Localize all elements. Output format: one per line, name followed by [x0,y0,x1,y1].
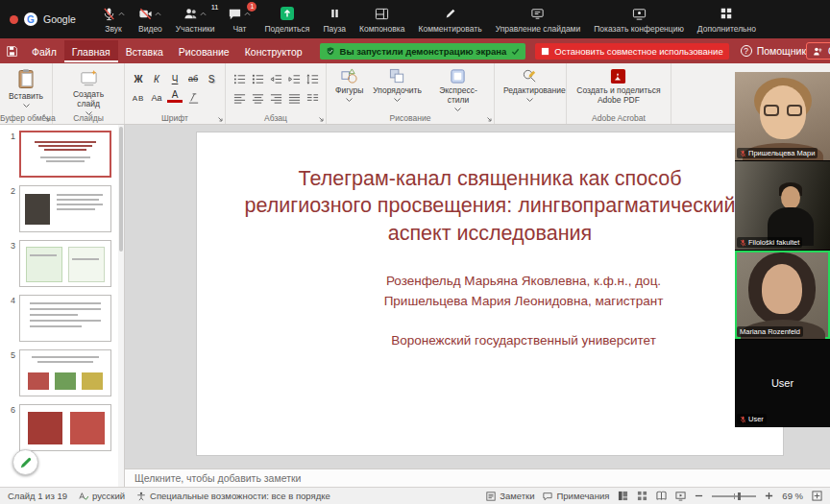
tab-home[interactable]: Главная [64,40,118,62]
bold-button[interactable]: Ж [131,71,146,86]
stop-sharing-button[interactable]: Остановить совместное использование [535,43,728,60]
thumbnail-scrollbar[interactable] [118,125,124,487]
slide-thumbnail-5[interactable]: 5 [4,349,116,396]
slide-canvas[interactable]: Телеграм-канал священника как способ рел… [197,132,783,455]
chat-unread-badge: 1 [247,2,256,12]
tab-design[interactable]: Конструктор [237,40,310,62]
tab-insert[interactable]: Вставка [118,40,171,62]
arrange-button[interactable]: Упорядочить [370,66,425,104]
increase-indent-button[interactable] [286,71,302,86]
underline-button[interactable]: Ч [167,71,183,86]
save-icon[interactable] [6,45,18,58]
zoom-slider-handle[interactable] [738,492,741,500]
justify-button[interactable] [286,90,302,106]
show-conference-button[interactable]: Показать конференцию [594,6,684,34]
audio-button[interactable]: Звук [102,6,125,34]
paste-button[interactable]: Вставить [6,66,46,109]
comments-toggle[interactable]: Примечания [543,491,609,501]
slide-thumbnail-1[interactable]: 1 [4,131,116,178]
fit-slide-button[interactable] [812,491,822,501]
slide-thumbnail-4[interactable]: 4 [4,295,116,342]
spellcheck-icon [79,492,88,501]
zoom-slider[interactable] [712,495,756,497]
normal-view-button[interactable] [618,491,628,501]
character-spacing-button[interactable]: АВ [131,90,146,106]
notes-pane[interactable]: Щелкните, чтобы добавить заметки [125,468,830,487]
dialog-launcher-icon[interactable] [215,114,223,122]
screenshare-banner: Вы запустили демонстрацию экрана [320,43,526,60]
slide-thumbnail-6[interactable]: 6 [4,404,116,451]
more-button[interactable]: Дополнительно [697,6,756,34]
chat-button[interactable]: 1 Чат [228,6,251,34]
columns-button[interactable] [305,90,320,106]
shapes-button[interactable]: Фигуры [332,66,366,104]
slide-control-button[interactable]: Управление слайдами [496,6,581,34]
align-right-button[interactable] [268,90,283,106]
reading-view-button[interactable] [656,491,667,501]
language-indicator[interactable]: русский [79,491,125,501]
dialog-launcher-icon[interactable] [316,114,324,122]
browser-tab-google[interactable]: G Google [10,12,92,26]
line-spacing-button[interactable] [305,71,320,86]
italic-button[interactable]: К [149,71,164,86]
dialog-launcher-icon[interactable] [484,114,492,122]
align-left-button[interactable] [232,90,247,106]
video-button[interactable]: Видео [138,6,162,34]
slide-organization[interactable]: Воронежский государственный университет [227,333,754,348]
strikethrough-button[interactable]: аб [185,71,201,86]
dialog-launcher-icon[interactable] [42,114,50,122]
participants-button[interactable]: 11 Участники [176,6,215,34]
slide-title[interactable]: Телеграм-канал священника как способ рел… [238,165,743,247]
tab-draw[interactable]: Рисование [171,40,237,62]
layout-button[interactable]: Компоновка [359,6,404,34]
align-center-button[interactable] [250,90,265,106]
chevron-up-icon[interactable] [118,12,125,16]
slide-editing-area[interactable]: Телеграм-канал священника как способ рел… [125,125,830,468]
zoom-in-button[interactable] [765,492,773,500]
thumbnail-preview[interactable] [19,349,111,396]
adobe-pdf-button[interactable]: Создать и поделиться Adobe PDF [573,66,665,108]
clear-formatting-button[interactable] [185,90,201,106]
numbering-button[interactable] [250,71,265,86]
chevron-up-icon[interactable] [244,12,251,16]
bullets-button[interactable] [232,71,247,86]
new-slide-button[interactable]: Создать слайд [59,66,118,117]
thumbnail-preview[interactable] [19,185,111,232]
notes-toggle[interactable]: Заметки [486,491,534,501]
chevron-up-icon[interactable] [155,12,161,16]
change-case-button[interactable]: Аа [149,90,164,106]
thumbnail-preview[interactable] [19,131,111,178]
assistant-button[interactable]: ? Помощник [741,45,806,57]
font-color-button[interactable]: А [167,90,183,103]
annotate-button[interactable]: Комментировать [418,6,481,34]
slideshow-button[interactable] [675,491,686,501]
thumbnail-preview[interactable] [19,404,111,451]
accessibility-status[interactable]: Специальные возможности: все в порядке [136,491,330,501]
zoom-out-button[interactable] [695,492,703,500]
thumbnail-preview[interactable] [19,295,111,342]
pause-share-button[interactable]: Пауза [323,6,346,34]
slide-thumbnail-2[interactable]: 2 [4,185,116,232]
meeting-toolbar: G Google Звук Видео 11 Участники 1 [0,0,830,38]
share-access-button[interactable]: Общий доступ [806,42,830,60]
annotation-pencil-button[interactable] [12,449,38,475]
participant-tile-1[interactable]: Пришельцева Мари [735,72,830,161]
quick-styles-button[interactable]: Экспресс-стили [428,66,488,113]
slide-sorter-button[interactable] [637,491,647,501]
participant-tile-3-active-speaker[interactable]: Mariana Rozenfeld [735,251,830,340]
decrease-indent-button[interactable] [268,71,283,86]
meeting-controls: Звук Видео 11 Участники 1 Чат [102,6,756,34]
participant-tile-2[interactable]: Filološki fakultet [735,161,830,251]
slide-thumbnail-3[interactable]: 3 [4,240,116,287]
text-shadow-button[interactable]: S [204,71,219,86]
chevron-up-icon[interactable] [200,12,207,16]
share-screen-button[interactable]: Поделиться [264,6,309,34]
slide-authors[interactable]: Розенфельд Марьяна Яковлевна, к.ф.н., до… [227,272,754,312]
editing-button[interactable]: Редактирование [500,66,560,104]
zoom-level[interactable]: 69 % [782,491,803,501]
tab-file[interactable]: Файл [24,40,64,62]
thumbnail-preview[interactable] [19,240,111,287]
shield-check-icon [326,46,335,57]
participant-tile-4[interactable]: User User [735,340,830,427]
share-person-icon [813,46,823,57]
